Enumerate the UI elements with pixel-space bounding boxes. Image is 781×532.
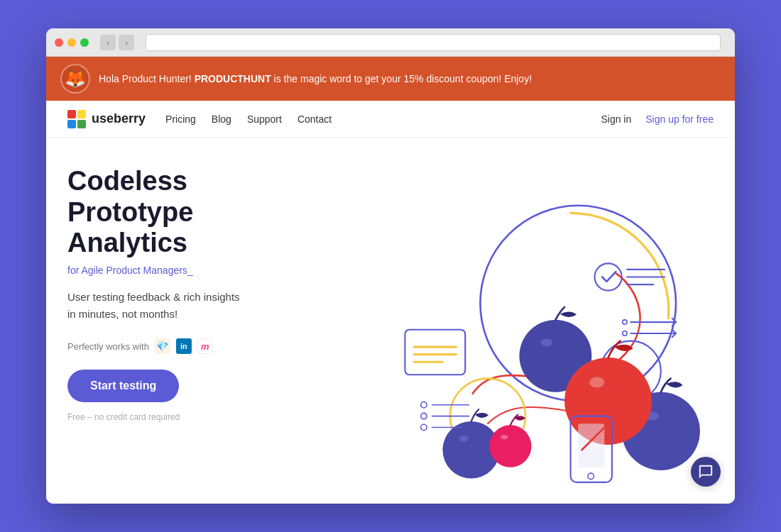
cta-note: Free – no credit card required <box>67 412 337 422</box>
chat-bubble-button[interactable] <box>691 457 721 487</box>
linkedin-icon: in <box>176 338 192 354</box>
svg-point-34 <box>623 331 627 336</box>
nav-pricing[interactable]: Pricing <box>165 113 196 125</box>
logo[interactable]: useberry <box>67 110 146 128</box>
sign-up-link[interactable]: Sign up for free <box>645 113 714 125</box>
works-with-label: Perfectly works with <box>67 341 149 352</box>
nav-links: Pricing Blog Support Contact <box>165 113 601 125</box>
hero-subtitle: for Agile Product Managers_ <box>67 265 337 276</box>
close-button[interactable] <box>55 38 63 47</box>
svg-point-14 <box>564 358 652 445</box>
svg-point-9 <box>540 338 552 346</box>
svg-rect-2 <box>67 120 76 128</box>
banner-avatar <box>60 64 90 94</box>
main-navbar: useberry Pricing Blog Support Contact Si… <box>46 101 735 138</box>
hero-section: Codeless Prototype Analytics for Agile P… <box>46 138 735 504</box>
browser-back-button[interactable]: ‹ <box>100 35 116 50</box>
svg-point-36 <box>421 413 427 419</box>
nav-blog[interactable]: Blog <box>212 113 231 125</box>
svg-rect-22 <box>405 330 465 375</box>
logo-icon <box>67 110 86 128</box>
svg-rect-0 <box>67 110 76 118</box>
browser-window: ‹ › Hola Product Hunter! PRODUCTHUNT is … <box>46 28 735 504</box>
hero-description: User testing feedback & rich insightsin … <box>67 289 337 323</box>
nav-support[interactable]: Support <box>247 113 282 125</box>
website-content: Hola Product Hunter! PRODUCTHUNT is the … <box>46 57 735 504</box>
minimize-button[interactable] <box>67 38 76 47</box>
nav-right: Sign in Sign up for free <box>601 113 714 125</box>
svg-point-21 <box>606 421 610 426</box>
hero-svg <box>337 159 714 504</box>
svg-point-16 <box>489 425 531 467</box>
svg-rect-3 <box>77 120 86 128</box>
browser-forward-button[interactable]: › <box>119 35 134 50</box>
nav-contact[interactable]: Contact <box>297 113 332 125</box>
svg-point-35 <box>421 401 427 407</box>
svg-rect-1 <box>77 110 86 118</box>
marvel-icon: m <box>197 338 213 354</box>
maximize-button[interactable] <box>80 38 89 47</box>
hero-left: Codeless Prototype Analytics for Agile P… <box>67 159 337 504</box>
svg-point-32 <box>623 320 627 324</box>
works-with: Perfectly works with 💎 in m <box>67 338 337 354</box>
sign-in-link[interactable]: Sign in <box>601 113 631 125</box>
hero-title: Codeless Prototype Analytics <box>67 166 337 259</box>
svg-point-27 <box>595 263 622 290</box>
banner-text: Hola Product Hunter! PRODUCTHUNT is the … <box>99 73 532 84</box>
logo-text: useberry <box>92 111 146 126</box>
promo-banner: Hola Product Hunter! PRODUCTHUNT is the … <box>46 57 735 101</box>
browser-nav-buttons: ‹ › <box>100 35 134 50</box>
browser-chrome: ‹ › <box>46 28 735 57</box>
svg-point-15 <box>589 377 604 387</box>
sketch-icon: 💎 <box>155 338 170 354</box>
svg-point-37 <box>421 424 427 430</box>
svg-point-20 <box>588 473 594 479</box>
svg-point-17 <box>501 435 508 439</box>
start-testing-button[interactable]: Start testing <box>67 370 179 402</box>
traffic-lights <box>55 38 89 47</box>
svg-point-11 <box>459 436 469 441</box>
hero-illustration <box>337 159 714 504</box>
address-bar[interactable] <box>146 34 721 51</box>
